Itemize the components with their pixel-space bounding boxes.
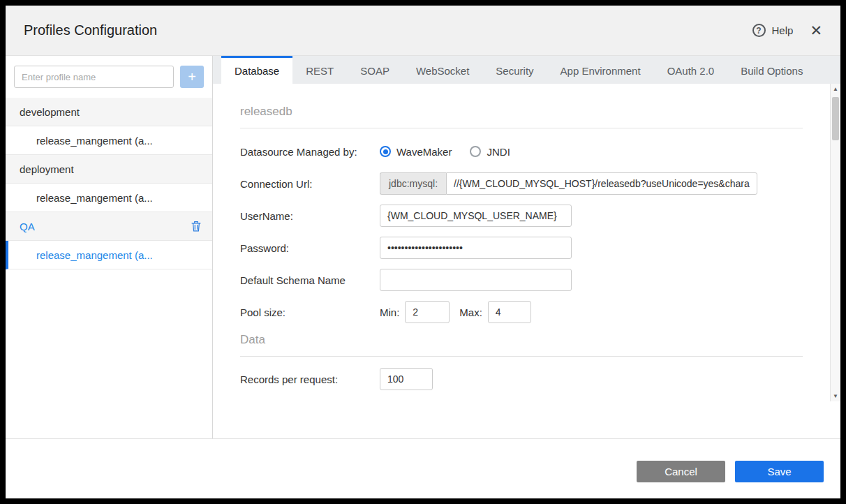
datasource-row: Datasource Managed by: WaveMaker JNDI [240, 140, 803, 163]
password-label: Password: [240, 242, 380, 254]
profile-group-label: development [20, 106, 80, 118]
username-row: UserName: [240, 205, 803, 227]
connection-url-input[interactable] [446, 172, 757, 195]
close-icon[interactable]: ✕ [810, 23, 822, 38]
radio-wavemaker-label: WaveMaker [396, 146, 452, 158]
main-panel: Database REST SOAP WebSocket Security Ap… [213, 56, 840, 438]
database-section-title: releasedb [240, 105, 803, 119]
header-actions: ? Help ✕ [752, 23, 822, 38]
profile-group-label: QA [20, 221, 35, 232]
profile-create-row: + [6, 56, 212, 88]
config-tabbar: Database REST SOAP WebSocket Security Ap… [213, 56, 840, 84]
connection-url-label: Connection Url: [240, 178, 380, 190]
sidebar-item-qa[interactable]: QA [6, 212, 212, 241]
scroll-up-icon[interactable]: ▲ [831, 84, 840, 94]
profiles-list: development release_mangement (a... depl… [6, 98, 212, 269]
connection-url-prefix: jdbc:mysql: [380, 172, 446, 195]
radio-jndi-label: JNDI [487, 146, 510, 158]
password-row: Password: [240, 237, 803, 259]
sidebar-item-release-mangement-qa[interactable]: release_mangement (a... [6, 241, 212, 269]
tab-rest[interactable]: REST [292, 56, 347, 84]
content-scrollbar[interactable]: ▲ ▼ [830, 84, 840, 401]
page-title: Profiles Configuration [24, 22, 157, 38]
records-label: Records per request: [240, 373, 380, 385]
tab-build-options[interactable]: Build Options [727, 56, 816, 84]
profile-item-label: release_mangement (a... [36, 135, 153, 147]
help-link[interactable]: Help [772, 24, 794, 36]
pool-min-input[interactable] [405, 301, 450, 323]
dialog-header: Profiles Configuration ? Help ✕ [6, 6, 840, 56]
help-icon[interactable]: ? [752, 24, 766, 37]
database-form: Datasource Managed by: WaveMaker JNDI [240, 140, 803, 390]
pool-max-label: Max: [459, 306, 482, 318]
tab-soap[interactable]: SOAP [347, 56, 403, 84]
cancel-button[interactable]: Cancel [637, 461, 725, 482]
database-tab-content: releasedb Datasource Managed by: WaveMak… [213, 84, 840, 401]
tab-app-environment[interactable]: App Environment [547, 56, 654, 84]
connection-url-row: Connection Url: jdbc:mysql: [240, 172, 803, 195]
delete-profile-icon[interactable] [191, 221, 201, 232]
default-schema-input[interactable] [380, 269, 572, 291]
sidebar-item-development[interactable]: development [6, 98, 212, 126]
scroll-down-icon[interactable]: ▼ [831, 391, 840, 401]
profile-item-label: release_mangement (a... [36, 249, 153, 261]
records-row: Records per request: [240, 368, 803, 390]
profile-group-label: deployment [20, 163, 74, 175]
username-input[interactable] [380, 205, 572, 227]
scrollbar-thumb[interactable] [832, 97, 839, 140]
dialog-body: + development release_mangement (a... de… [6, 56, 840, 438]
dialog-footer: Cancel Save [6, 438, 840, 498]
datasource-label: Datasource Managed by: [240, 146, 380, 158]
save-button[interactable]: Save [735, 461, 824, 482]
sidebar-item-deployment[interactable]: deployment [6, 155, 212, 184]
profile-name-input[interactable] [14, 66, 174, 88]
tab-websocket[interactable]: WebSocket [403, 56, 482, 84]
data-section-title: Data [240, 333, 803, 347]
records-per-request-input[interactable] [380, 368, 433, 390]
pool-size-label: Pool size: [240, 306, 380, 318]
add-profile-button[interactable]: + [180, 66, 204, 88]
default-schema-row: Default Schema Name [240, 269, 803, 291]
tab-security[interactable]: Security [482, 56, 547, 84]
profile-item-label: release_mangement (a... [36, 192, 153, 204]
sidebar-item-release-mangement-deploy[interactable]: release_mangement (a... [6, 184, 212, 212]
radio-jndi[interactable]: JNDI [470, 146, 510, 158]
profiles-configuration-dialog: Profiles Configuration ? Help ✕ + develo… [6, 6, 840, 498]
radio-unselected-icon[interactable] [470, 146, 481, 157]
tab-database[interactable]: Database [221, 56, 292, 84]
datasource-radio-group: WaveMaker JNDI [380, 146, 510, 158]
default-schema-label: Default Schema Name [240, 274, 380, 286]
sidebar-item-release-mangement-dev[interactable]: release_mangement (a... [6, 126, 212, 155]
tab-oauth[interactable]: OAuth 2.0 [654, 56, 728, 84]
radio-selected-icon[interactable] [380, 146, 391, 157]
password-input[interactable] [380, 237, 572, 259]
pool-max-input[interactable] [488, 301, 531, 323]
connection-url-group: jdbc:mysql: [380, 172, 757, 195]
section-divider [240, 128, 803, 128]
pool-min-label: Min: [380, 306, 399, 318]
section-divider [240, 356, 803, 357]
radio-wavemaker[interactable]: WaveMaker [380, 146, 452, 158]
username-label: UserName: [240, 210, 380, 222]
profiles-sidebar: + development release_mangement (a... de… [6, 56, 213, 438]
pool-size-row: Pool size: Min: Max: [240, 301, 803, 323]
